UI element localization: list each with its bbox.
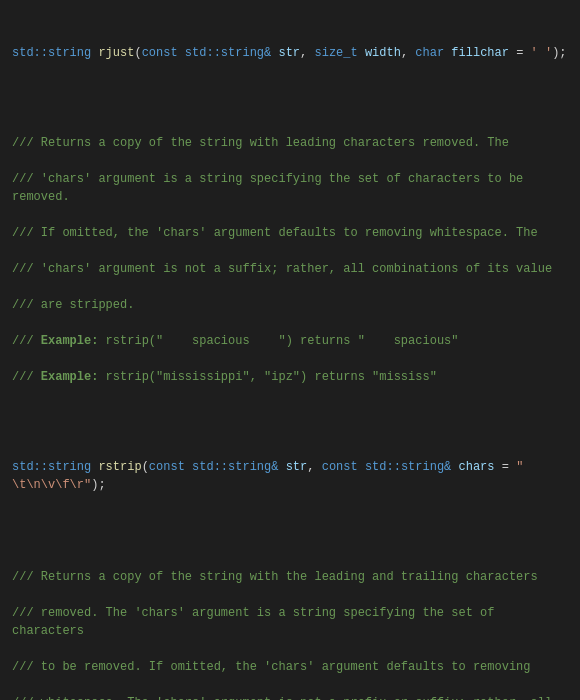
line-cm-2: /// 'chars' argument is a string specify…: [12, 170, 568, 206]
code-container: std::string rjust(const std::string& str…: [0, 0, 580, 700]
line-cm-9: /// removed. The 'chars' argument is a s…: [12, 604, 568, 640]
line-cm-10: /// to be removed. If omitted, the 'char…: [12, 658, 568, 676]
line-blank-2: [12, 422, 568, 440]
line-cm-1: /// Returns a copy of the string with le…: [12, 134, 568, 152]
line-blank-1: [12, 98, 568, 116]
line-cm-11: /// whitespace. The 'chars' argument is …: [12, 694, 568, 700]
line-sig-rstrip: std::string rstrip(const std::string& st…: [12, 458, 568, 494]
line-cm-3: /// If omitted, the 'chars' argument def…: [12, 224, 568, 242]
line-1: std::string rjust(const std::string& str…: [12, 44, 568, 62]
line-cm-8: /// Returns a copy of the string with th…: [12, 568, 568, 586]
line-cm-4: /// 'chars' argument is not a suffix; ra…: [12, 260, 568, 278]
line-cm-7: /// Example: rstrip("mississippi", "ipz"…: [12, 368, 568, 386]
line-cm-6: /// Example: rstrip(" spacious ") return…: [12, 332, 568, 350]
line-cm-5: /// are stripped.: [12, 296, 568, 314]
line-blank-3: [12, 532, 568, 550]
